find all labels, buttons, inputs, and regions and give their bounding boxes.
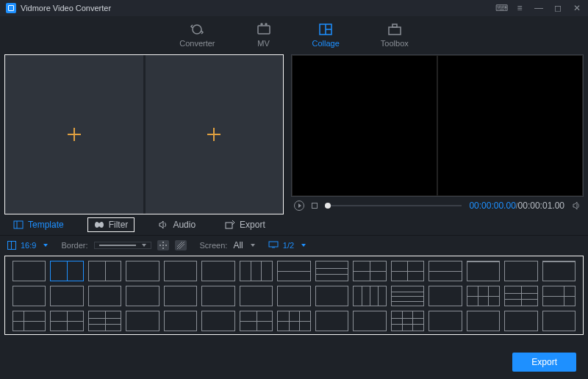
stop-button[interactable] [312, 203, 318, 209]
add-media-slot-2[interactable] [145, 55, 284, 214]
template-tile[interactable] [240, 261, 273, 281]
border-pattern-picker[interactable] [175, 240, 187, 250]
preview-panel: 00:00:00.00/00:00:01.00 [291, 54, 584, 214]
template-tile[interactable] [504, 261, 537, 281]
tab-converter[interactable]: Converter [179, 23, 215, 48]
template-tile[interactable] [12, 311, 46, 331]
minimize-icon[interactable]: — [534, 3, 544, 13]
options-bar: 16:9 Border: Screen: All 1/2 [0, 235, 588, 254]
export-button[interactable]: Export [512, 353, 576, 372]
template-tile[interactable] [277, 286, 310, 306]
action-export[interactable]: Export [219, 218, 271, 231]
time-display: 00:00:00.00/00:00:01.00 [469, 201, 564, 211]
border-color-picker[interactable] [157, 240, 169, 250]
template-tile[interactable] [201, 311, 234, 331]
template-tile[interactable] [429, 286, 462, 306]
template-tile[interactable] [467, 311, 500, 331]
plus-icon [207, 128, 220, 141]
preview-cell [292, 55, 437, 196]
svg-point-3 [265, 24, 267, 25]
template-tile[interactable] [50, 286, 83, 306]
template-tile[interactable] [277, 311, 310, 331]
screen-select[interactable]: All [233, 240, 254, 250]
volume-icon[interactable] [572, 201, 581, 210]
action-label: Audio [173, 220, 196, 230]
page-value: 1/2 [283, 241, 294, 250]
template-tile[interactable] [126, 311, 159, 331]
collage-icon [318, 23, 333, 36]
template-tile[interactable] [353, 286, 386, 306]
template-tile[interactable] [504, 286, 537, 306]
template-tile[interactable] [12, 261, 46, 281]
border-style-select[interactable] [94, 242, 151, 249]
action-label: Export [240, 220, 265, 230]
template-tile[interactable] [315, 261, 348, 281]
stage-area: 00:00:00.00/00:00:01.00 [0, 54, 588, 214]
template-tile[interactable] [429, 311, 462, 331]
tab-toolbox[interactable]: Toolbox [381, 23, 409, 48]
template-tile[interactable] [391, 286, 424, 306]
template-tile[interactable] [391, 311, 424, 331]
screen-value: All [233, 240, 243, 250]
page-select[interactable]: 1/2 [268, 240, 306, 250]
template-tile[interactable] [542, 261, 576, 281]
template-tile[interactable] [240, 311, 273, 331]
template-tile[interactable] [126, 261, 159, 281]
maximize-icon[interactable]: ◻ [553, 3, 563, 13]
svg-rect-1 [258, 26, 270, 34]
screen-label: Screen: [200, 241, 228, 250]
template-tile[interactable] [315, 286, 348, 306]
main-tabs: Converter MV Collage Toolbox [0, 16, 588, 54]
template-tile[interactable] [542, 311, 576, 331]
action-filter[interactable]: Filter [87, 217, 135, 232]
template-tile[interactable] [429, 261, 462, 281]
play-button[interactable] [294, 201, 304, 211]
template-tile[interactable] [391, 261, 424, 281]
seek-slider[interactable] [325, 205, 462, 206]
app-logo [6, 3, 16, 13]
feedback-icon[interactable]: ⌨ [495, 3, 506, 13]
template-tile[interactable] [542, 286, 576, 306]
template-tile[interactable] [277, 261, 310, 281]
aspect-ratio-select[interactable]: 16:9 [7, 241, 48, 250]
template-tile[interactable] [126, 286, 159, 306]
tab-label: Collage [312, 39, 340, 48]
template-tile[interactable] [467, 286, 500, 306]
template-tile[interactable] [353, 261, 386, 281]
template-tile[interactable] [164, 286, 197, 306]
svg-rect-15 [269, 242, 278, 247]
app-title: Vidmore Video Converter [21, 4, 111, 12]
action-template[interactable]: Template [7, 218, 70, 231]
plus-icon [68, 128, 81, 141]
template-tile[interactable] [201, 261, 234, 281]
converter-icon [190, 23, 204, 36]
tab-collage[interactable]: Collage [312, 23, 340, 48]
tab-mv[interactable]: MV [257, 23, 271, 48]
svg-rect-8 [392, 24, 397, 27]
template-tile[interactable] [50, 261, 83, 281]
template-tile[interactable] [467, 261, 500, 281]
action-label: Filter [109, 220, 129, 230]
menu-icon[interactable]: ≡ [514, 3, 525, 13]
template-tile[interactable] [353, 311, 386, 331]
svg-point-0 [193, 25, 201, 34]
chevron-down-icon [251, 244, 255, 247]
template-tile[interactable] [504, 311, 537, 331]
template-tile[interactable] [50, 311, 83, 331]
template-tile[interactable] [88, 261, 121, 281]
template-tile[interactable] [164, 311, 197, 331]
tab-label: Toolbox [381, 39, 409, 48]
template-tile[interactable] [315, 311, 348, 331]
template-tile[interactable] [201, 286, 234, 306]
tab-label: MV [257, 39, 270, 48]
template-tile[interactable] [88, 311, 121, 331]
template-tile[interactable] [164, 261, 197, 281]
svg-rect-9 [14, 221, 23, 228]
template-tile[interactable] [240, 286, 273, 306]
template-tile[interactable] [88, 286, 121, 306]
transport-bar: 00:00:00.00/00:00:01.00 [291, 197, 584, 214]
action-audio[interactable]: Audio [152, 218, 201, 231]
close-icon[interactable]: ✕ [572, 3, 582, 13]
add-media-slot-1[interactable] [5, 55, 143, 214]
template-tile[interactable] [12, 286, 46, 306]
